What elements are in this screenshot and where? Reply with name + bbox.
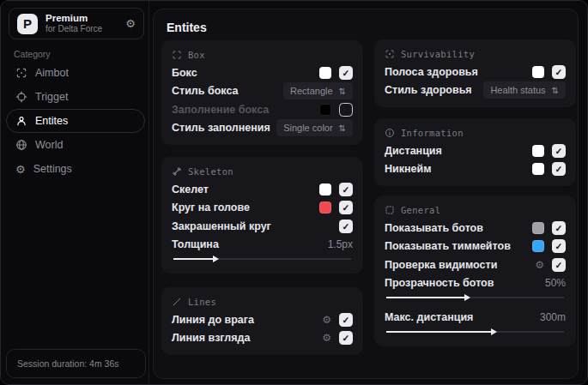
survivability-icon <box>385 49 395 59</box>
nickname-checkbox[interactable] <box>552 162 566 176</box>
trigger-icon <box>15 91 27 103</box>
row-label: Прозрачность ботов <box>385 277 494 289</box>
slider-thumb[interactable] <box>491 328 497 335</box>
sidebar-nav: Aimbot Trigget Entites <box>6 61 145 181</box>
visibility-check-checkbox[interactable] <box>552 258 566 272</box>
app-logo: P <box>17 14 38 34</box>
panel-box: Box Бокс Стиль бокса Rectangle ⇅ <box>161 40 363 145</box>
panel-box-header: Box <box>172 50 353 60</box>
row-label: Стиль бокса <box>172 85 238 97</box>
show-bots-checkbox[interactable] <box>552 221 566 235</box>
brand-title: Premium <box>45 13 118 24</box>
box-fill-checkbox[interactable] <box>339 103 353 117</box>
aimbot-icon <box>15 67 27 79</box>
row-show-teammates: Показывать тиммейтов <box>385 238 566 256</box>
distance-checkbox[interactable] <box>552 144 566 158</box>
panel-header-label: General <box>401 205 440 215</box>
skeleton-color-swatch[interactable] <box>319 183 331 196</box>
general-icon <box>385 205 395 215</box>
health-bar-color-swatch[interactable] <box>532 66 544 78</box>
row-label: Полоса здоровья <box>385 66 478 78</box>
view-line-checkbox[interactable] <box>339 331 353 345</box>
row-nickname: Никнейм <box>385 160 566 179</box>
lines-icon <box>172 297 182 307</box>
row-skeleton-enable: Скелет <box>172 180 353 199</box>
line-to-enemy-checkbox[interactable] <box>339 313 353 327</box>
main-panel: Entites Box Бокс <box>153 9 579 379</box>
fill-style-select[interactable]: Single color ⇅ <box>276 119 353 136</box>
skeleton-enable-checkbox[interactable] <box>339 183 353 196</box>
panel-header-label: Information <box>401 128 464 138</box>
thickness-value: 1.5px <box>328 238 353 250</box>
panel-lines-header: Lines <box>172 297 353 307</box>
updown-icon: ⇅ <box>339 123 346 133</box>
sidebar-item-label: Trigget <box>35 91 68 103</box>
panel-skeleton-header: Skeleton <box>172 166 353 177</box>
panel-header-label: Survivability <box>401 49 475 59</box>
brand-card[interactable]: P Premium for Delta Force ⚙ <box>9 8 144 39</box>
panel-information: Information Дистанция Никнейм <box>374 118 576 186</box>
row-box-style: Стиль бокса Rectangle ⇅ <box>172 82 353 101</box>
row-show-bots: Показывать ботов <box>385 219 566 238</box>
brand-subtitle: for Delta Force <box>45 24 118 34</box>
nickname-color-swatch[interactable] <box>532 163 544 175</box>
settings-gear-icon[interactable]: ⚙ <box>125 17 136 30</box>
select-value: Rectangle <box>290 86 333 96</box>
sidebar-item-aimbot[interactable]: Aimbot <box>6 61 145 85</box>
panel-general: General Показывать ботов Показывать тимм… <box>374 196 576 346</box>
sidebar-item-settings[interactable]: ⚙ Settings <box>6 157 145 181</box>
row-line-to-enemy: Линия до врага ⚙ <box>172 310 353 329</box>
category-label: Category <box>14 49 51 59</box>
row-label: Скелет <box>172 183 209 196</box>
row-label: Дистанция <box>385 145 442 157</box>
sidebar: P Premium for Delta Force ⚙ Category Aim… <box>1 1 149 384</box>
row-label: Стиль заполнения <box>172 122 270 134</box>
show-teammates-checkbox[interactable] <box>552 239 566 253</box>
row-box-fill: Заполнение бокса <box>172 100 353 119</box>
health-style-select[interactable]: Health status ⇅ <box>483 81 566 99</box>
show-bots-color-swatch[interactable] <box>532 222 544 234</box>
row-max-distance: Макс. дистанция 300m <box>385 308 566 327</box>
head-circle-color-swatch[interactable] <box>319 202 331 214</box>
max-distance-slider[interactable] <box>386 328 564 335</box>
updown-icon: ⇅ <box>552 86 559 95</box>
distance-color-swatch[interactable] <box>532 145 544 157</box>
show-teammates-color-swatch[interactable] <box>532 240 544 252</box>
filled-circle-checkbox[interactable] <box>339 220 353 233</box>
thickness-slider[interactable] <box>173 256 351 262</box>
row-health-style: Стиль здоровья Health status ⇅ <box>385 81 566 100</box>
sidebar-item-trigget[interactable]: Trigget <box>6 85 145 109</box>
bot-opacity-value: 50% <box>545 277 566 289</box>
box-fill-color-swatch[interactable] <box>319 104 331 116</box>
box-color-swatch[interactable] <box>319 67 331 79</box>
row-label: Бокс <box>172 67 197 79</box>
row-label: Круг на голове <box>172 202 250 214</box>
row-view-line: Линия взгляда ⚙ <box>172 329 353 348</box>
health-bar-checkbox[interactable] <box>552 65 566 79</box>
slider-thumb[interactable] <box>213 256 219 262</box>
sidebar-item-world[interactable]: World <box>6 133 145 157</box>
row-label: Проверка видимости <box>385 259 497 271</box>
panel-header-label: Lines <box>188 297 216 307</box>
skeleton-bone-icon <box>172 166 182 177</box>
row-bot-opacity: Прозрачность ботов 50% <box>385 274 566 293</box>
sidebar-item-entites[interactable]: Entites <box>6 109 145 133</box>
visibility-check-settings-icon[interactable]: ⚙ <box>535 260 544 270</box>
view-line-settings-icon[interactable]: ⚙ <box>322 333 331 343</box>
left-column: Box Бокс Стиль бокса Rectangle ⇅ <box>161 40 363 355</box>
head-circle-checkbox[interactable] <box>339 201 353 214</box>
slider-thumb[interactable] <box>464 294 470 301</box>
box-enable-checkbox[interactable] <box>339 66 353 80</box>
row-label: Линия до врага <box>172 314 254 326</box>
panel-header-label: Box <box>188 50 205 60</box>
session-duration-box: Session duration: 4m 36s <box>6 349 146 378</box>
brand-text: Premium for Delta Force <box>45 13 118 34</box>
row-label: Линия взгляда <box>172 332 250 344</box>
line-to-enemy-settings-icon[interactable]: ⚙ <box>322 315 331 325</box>
row-label: Толщина <box>172 238 219 250</box>
bot-opacity-slider[interactable] <box>386 294 564 301</box>
row-label: Показывать тиммейтов <box>385 240 511 252</box>
row-label: Макс. дистанция <box>385 311 473 323</box>
box-style-select[interactable]: Rectangle ⇅ <box>283 82 353 99</box>
row-distance: Дистанция <box>385 141 566 160</box>
